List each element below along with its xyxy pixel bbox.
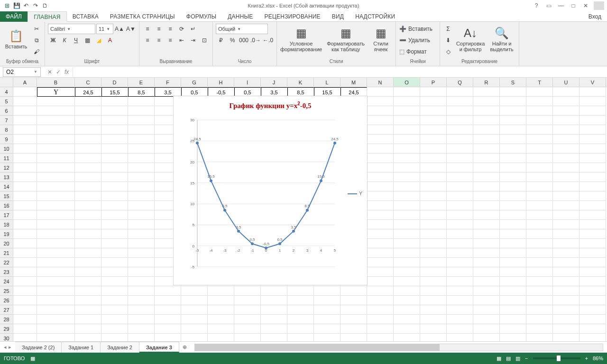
row-header-7[interactable]: 7 <box>0 116 13 125</box>
cell-O10[interactable] <box>394 144 420 154</box>
view-normal-icon[interactable]: ▦ <box>497 355 501 362</box>
cell-R20[interactable] <box>473 239 500 248</box>
tab-home[interactable]: ГЛАВНАЯ <box>28 11 66 22</box>
underline-button[interactable]: Ч <box>71 35 81 46</box>
cell-T7[interactable] <box>526 116 553 125</box>
cell-C6[interactable] <box>75 106 101 116</box>
cell-E12[interactable] <box>128 163 155 173</box>
cell-U11[interactable] <box>553 154 579 163</box>
cell-D26[interactable] <box>101 296 128 305</box>
cell-U4[interactable] <box>553 87 579 97</box>
cell-C27[interactable] <box>75 305 101 315</box>
cell-G29[interactable] <box>181 324 208 334</box>
cond-format-button[interactable]: ▦Условное форматирование <box>280 24 322 55</box>
cell-R28[interactable] <box>473 315 500 324</box>
cell-T29[interactable] <box>526 324 553 334</box>
col-header-F[interactable]: F <box>155 78 181 87</box>
cell-O25[interactable] <box>394 286 420 296</box>
cell-V30[interactable] <box>579 334 606 341</box>
cell-C22[interactable] <box>75 258 101 267</box>
col-header-B[interactable]: B <box>37 78 75 87</box>
cell-S22[interactable] <box>500 258 526 267</box>
cell-C20[interactable] <box>75 239 101 248</box>
row-header-16[interactable]: 16 <box>0 201 13 210</box>
cell-L30[interactable] <box>314 334 340 341</box>
cell-G30[interactable] <box>181 334 208 341</box>
undo-icon[interactable]: ↶ <box>22 1 30 10</box>
cell-V16[interactable] <box>579 201 606 210</box>
cell-H26[interactable] <box>208 296 234 305</box>
cell-A13[interactable] <box>13 173 37 182</box>
cell-N12[interactable] <box>367 163 394 173</box>
cell-E22[interactable] <box>128 258 155 267</box>
cell-Q29[interactable] <box>447 324 473 334</box>
cell-E6[interactable] <box>128 106 155 116</box>
cell-U20[interactable] <box>553 239 579 248</box>
cell-T27[interactable] <box>526 305 553 315</box>
cell-S7[interactable] <box>500 116 526 125</box>
cell-P24[interactable] <box>420 277 447 286</box>
cell-E20[interactable] <box>128 239 155 248</box>
fx-accept-icon[interactable]: ✓ <box>56 69 61 75</box>
cell-T28[interactable] <box>526 315 553 324</box>
cell-S10[interactable] <box>500 144 526 154</box>
sheet-tab-3[interactable]: Задание 3 <box>139 342 179 353</box>
col-header-C[interactable]: C <box>75 78 101 87</box>
cell-Q15[interactable] <box>447 191 473 201</box>
cell-M29[interactable] <box>340 324 367 334</box>
cell-E16[interactable] <box>128 201 155 210</box>
format-table-button[interactable]: ▦Форматировать как таблицу <box>324 24 367 55</box>
cell-J29[interactable] <box>261 324 287 334</box>
col-header-N[interactable]: N <box>367 78 394 87</box>
cell-B8[interactable] <box>37 125 75 135</box>
paste-button[interactable]: 📋 Вставить <box>3 24 29 55</box>
row-header-13[interactable]: 13 <box>0 173 13 182</box>
cell-N8[interactable] <box>367 125 394 135</box>
cell-A26[interactable] <box>13 296 37 305</box>
cell-M28[interactable] <box>340 315 367 324</box>
cell-Q26[interactable] <box>447 296 473 305</box>
cell-N7[interactable] <box>367 116 394 125</box>
cell-D5[interactable] <box>101 97 128 106</box>
cell-R29[interactable] <box>473 324 500 334</box>
cell-J4[interactable]: 3,5 <box>261 87 287 97</box>
tab-addins[interactable]: НАДСТРОЙКИ <box>349 11 401 22</box>
add-sheet-button[interactable]: ⊕ <box>179 344 191 350</box>
cell-P15[interactable] <box>420 191 447 201</box>
cell-P17[interactable] <box>420 210 447 220</box>
cell-Q16[interactable] <box>447 201 473 210</box>
cell-P21[interactable] <box>420 248 447 258</box>
cell-B23[interactable] <box>37 267 75 277</box>
cell-R6[interactable] <box>473 106 500 116</box>
cell-J26[interactable] <box>261 296 287 305</box>
cell-B13[interactable] <box>37 173 75 182</box>
cell-D6[interactable] <box>101 106 128 116</box>
cell-T26[interactable] <box>526 296 553 305</box>
zoom-out-button[interactable]: − <box>525 355 528 361</box>
col-header-T[interactable]: T <box>526 78 553 87</box>
cell-F30[interactable] <box>155 334 181 341</box>
cell-Q12[interactable] <box>447 163 473 173</box>
cell-C4[interactable]: 24,5 <box>75 87 101 97</box>
cell-A30[interactable] <box>13 334 37 341</box>
cell-D7[interactable] <box>101 116 128 125</box>
col-header-G[interactable]: G <box>181 78 208 87</box>
col-header-I[interactable]: I <box>234 78 261 87</box>
cell-T30[interactable] <box>526 334 553 341</box>
cell-A17[interactable] <box>13 210 37 220</box>
cell-A18[interactable] <box>13 220 37 229</box>
cell-C7[interactable] <box>75 116 101 125</box>
align-top-button[interactable]: ≡ <box>142 24 153 34</box>
cell-L27[interactable] <box>314 305 340 315</box>
cell-S13[interactable] <box>500 173 526 182</box>
sheet-nav-first-icon[interactable]: ◂ <box>4 344 7 350</box>
zoom-value[interactable]: 86% <box>593 355 603 361</box>
cell-V29[interactable] <box>579 324 606 334</box>
fx-cancel-icon[interactable]: ✕ <box>47 69 52 75</box>
cell-S8[interactable] <box>500 125 526 135</box>
row-header-15[interactable]: 15 <box>0 191 13 201</box>
cell-B21[interactable] <box>37 248 75 258</box>
inc-decimal-button[interactable]: .0→ <box>250 35 261 46</box>
cell-P9[interactable] <box>420 135 447 144</box>
cell-D11[interactable] <box>101 154 128 163</box>
